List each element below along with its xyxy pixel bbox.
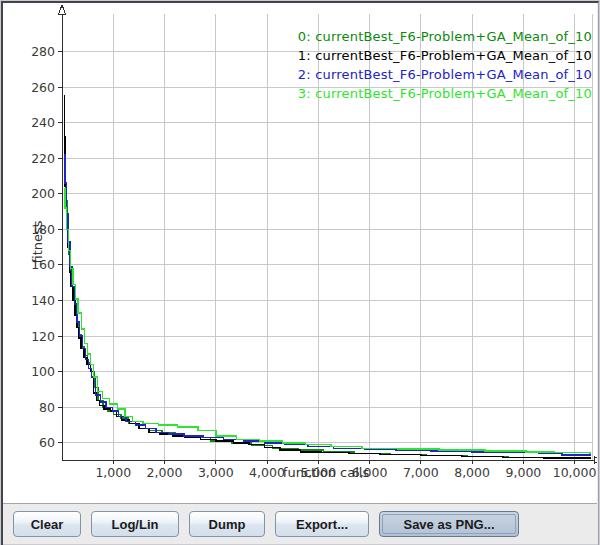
svg-text:10,000: 10,000: [553, 465, 597, 480]
chart-panel: 1,0002,0003,0004,0005,0006,0007,0008,000…: [3, 3, 597, 504]
legend-entry: 0: currentBest_F6-Problem+GA_Mean_of_10: [298, 27, 592, 46]
save-as-png-button[interactable]: Save as PNG...: [379, 511, 519, 537]
svg-text:80: 80: [39, 400, 55, 415]
legend-entry: 1: currentBest_F6-Problem+GA_Mean_of_10: [298, 46, 592, 65]
svg-text:240: 240: [31, 115, 55, 130]
x-axis-title: function calls: [126, 465, 526, 480]
legend-entry: 2: currentBest_F6-Problem+GA_Mean_of_10: [298, 65, 592, 84]
svg-text:220: 220: [31, 151, 55, 166]
chart-legend: 0: currentBest_F6-Problem+GA_Mean_of_10 …: [298, 27, 592, 103]
export-button[interactable]: Export...: [275, 511, 369, 537]
svg-text:280: 280: [31, 44, 55, 59]
y-axis-title: fitness: [30, 212, 46, 272]
svg-text:140: 140: [31, 293, 55, 308]
legend-entry: 3: currentBest_F6-Problem+GA_Mean_of_10: [298, 84, 592, 103]
svg-text:100: 100: [31, 364, 55, 379]
toolbar: Clear Log/Lin Dump Export... Save as PNG…: [3, 504, 597, 545]
clear-button[interactable]: Clear: [13, 511, 81, 537]
svg-text:60: 60: [39, 435, 55, 450]
dump-button[interactable]: Dump: [189, 511, 265, 537]
svg-text:260: 260: [31, 80, 55, 95]
log-lin-button[interactable]: Log/Lin: [91, 511, 179, 537]
application-window: 1,0002,0003,0004,0005,0006,0007,0008,000…: [0, 0, 600, 545]
svg-text:120: 120: [31, 329, 55, 344]
svg-text:200: 200: [31, 186, 55, 201]
